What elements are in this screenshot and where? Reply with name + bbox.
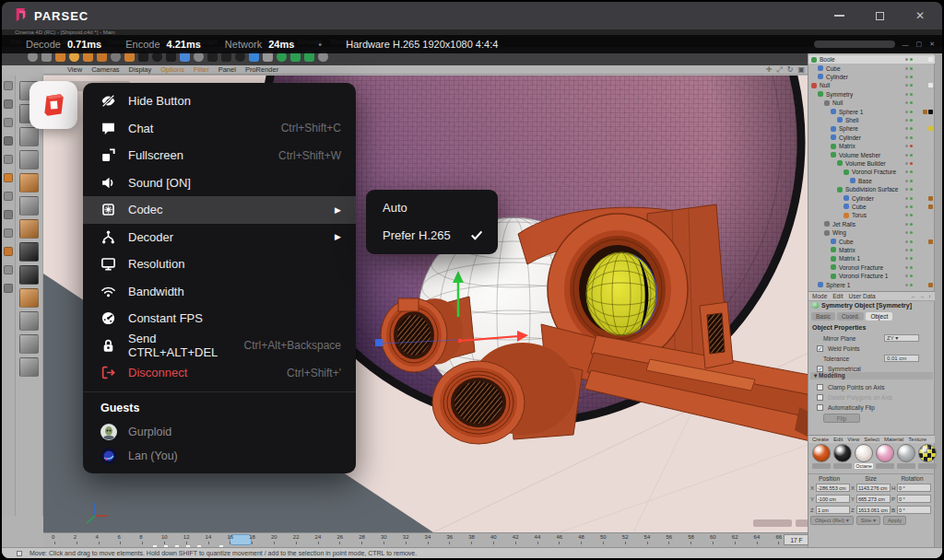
object-row[interactable]: Cube — [808, 203, 935, 211]
visibility-dots[interactable] — [905, 180, 913, 182]
tool-icon[interactable] — [4, 247, 13, 256]
checkbox[interactable] — [817, 384, 823, 391]
visibility-dots[interactable] — [905, 284, 913, 286]
am-tab-basic[interactable]: Basic — [811, 312, 835, 321]
material-swatch[interactable] — [833, 444, 853, 469]
tool-icon[interactable] — [19, 265, 39, 285]
object-row[interactable]: Sphere — [808, 124, 935, 133]
rotate-icon[interactable]: ↻ — [787, 65, 794, 75]
object-row[interactable]: Jet Rails — [808, 220, 935, 228]
tool-icon[interactable] — [19, 288, 39, 308]
am-menu-edit[interactable]: Edit — [832, 293, 843, 299]
material-menu-edit[interactable]: Edit — [833, 437, 843, 442]
material-swatch[interactable] — [876, 444, 895, 469]
tool-icon[interactable] — [4, 81, 13, 90]
object-row[interactable]: Sphere 1 — [808, 107, 935, 115]
visibility-dots[interactable] — [905, 274, 913, 277]
tool-icon[interactable] — [19, 334, 39, 354]
viewport-menu-filter[interactable]: Filter — [194, 65, 209, 74]
am-tab-object[interactable]: Object — [866, 312, 892, 321]
visibility-dots[interactable] — [905, 162, 913, 165]
object-row[interactable]: Volume Builder — [808, 159, 935, 168]
attribute-nav-icons[interactable]: ← → ↑ — [911, 294, 932, 299]
checkbox[interactable] — [817, 394, 823, 401]
object-row[interactable]: Null — [808, 81, 935, 89]
checkbox[interactable]: ✓ — [817, 345, 823, 352]
tool-icon[interactable] — [4, 136, 13, 146]
tool-icon[interactable] — [4, 192, 13, 201]
visibility-dots[interactable] — [905, 266, 913, 269]
coord-input[interactable]: 665.273 cm — [856, 495, 891, 503]
object-row[interactable]: Voronoi Fracture — [808, 263, 935, 272]
c4d-close-icon[interactable]: ✕ — [929, 41, 935, 48]
material-menu-create[interactable]: Create — [812, 437, 829, 442]
object-row[interactable]: Boole — [808, 55, 935, 64]
menu-item-constant-fps[interactable]: Constant FPS — [83, 305, 356, 332]
menu-item-resolution[interactable]: Resolution — [83, 251, 356, 278]
codec-option-prefer-h-265[interactable]: Prefer H.265 — [366, 222, 498, 250]
viewport-menu-options[interactable]: Options — [160, 65, 184, 74]
coord-input[interactable]: 1613.061 cm — [856, 506, 891, 514]
material-swatch[interactable] — [918, 444, 938, 469]
c4d-maximize-icon[interactable]: ▢ — [916, 41, 923, 48]
visibility-dots[interactable] — [905, 170, 913, 173]
object-row[interactable]: Volume Mesher — [808, 150, 935, 158]
material-swatch[interactable] — [897, 444, 916, 469]
visibility-dots[interactable] — [905, 84, 913, 87]
viewport-menu-panel[interactable]: Panel — [218, 65, 236, 74]
object-rel--button[interactable]: Object (Rel) ▾ — [810, 516, 854, 525]
visibility-dots[interactable] — [905, 257, 913, 260]
visibility-dots[interactable] — [905, 119, 913, 122]
pan-icon[interactable]: ✛ — [766, 65, 773, 75]
tool-icon[interactable] — [4, 265, 13, 274]
object-row[interactable]: Cylinder — [808, 134, 935, 142]
menu-item-codec[interactable]: Codec▶ — [83, 196, 356, 224]
menu-item-fullscreen[interactable]: FullscreenCtrl+Shift+W — [83, 142, 356, 169]
minimize-button[interactable] — [830, 8, 848, 23]
material-menu-view[interactable]: View — [847, 437, 859, 442]
tool-icon[interactable] — [19, 150, 39, 169]
coord-input[interactable]: 1143.276 cm — [856, 484, 891, 492]
coord-input[interactable]: 0 ° — [897, 506, 931, 514]
visibility-dots[interactable] — [905, 249, 913, 251]
checkbox[interactable]: ✓ — [817, 366, 823, 372]
object-row[interactable]: Wing — [808, 228, 935, 237]
material-menu-texture[interactable]: Texture — [908, 437, 926, 442]
visibility-dots[interactable] — [905, 240, 913, 243]
visibility-dots[interactable] — [905, 223, 913, 226]
tool-icon[interactable] — [19, 219, 39, 239]
tool-icon[interactable] — [4, 173, 13, 182]
visibility-dots[interactable] — [905, 76, 913, 78]
coord-input[interactable]: 0 ° — [897, 484, 931, 492]
visibility-dots[interactable] — [905, 188, 913, 191]
size-button[interactable]: Size ▾ — [856, 516, 880, 525]
apply-button[interactable]: Apply — [883, 516, 906, 525]
am-tab-coord[interactable]: Coord. — [837, 312, 865, 321]
material-swatch[interactable] — [812, 444, 832, 469]
menu-item-bandwidth[interactable]: Bandwidth — [83, 278, 356, 306]
object-row[interactable]: Cube — [808, 64, 935, 72]
coord-input[interactable]: -286.553 cm — [816, 484, 850, 492]
object-row[interactable]: Symmetry — [808, 90, 935, 99]
object-row[interactable]: Voronoi Fracture — [808, 168, 935, 176]
parsec-overlay-button[interactable] — [30, 81, 77, 129]
tool-icon[interactable] — [19, 357, 39, 377]
visibility-dots[interactable] — [905, 214, 913, 216]
object-row[interactable]: Cylinder — [808, 193, 935, 202]
coord-input[interactable]: 0 ° — [897, 495, 931, 503]
tool-icon[interactable] — [4, 155, 13, 164]
object-row[interactable]: Cube — [808, 237, 935, 245]
object-row[interactable]: Matrix — [808, 142, 935, 150]
close-button[interactable]: ✕ — [911, 8, 929, 23]
object-row[interactable]: Subdivision Surface — [808, 185, 935, 193]
tool-icon[interactable] — [19, 173, 39, 192]
tool-icon[interactable] — [19, 127, 39, 146]
maximize-button[interactable] — [870, 8, 889, 23]
visibility-dots[interactable] — [905, 101, 913, 104]
object-row[interactable]: Cylinder — [808, 73, 935, 81]
guest-row[interactable]: Gurploid — [83, 420, 356, 444]
tool-icon[interactable] — [4, 228, 13, 238]
checkbox[interactable] — [817, 404, 823, 411]
object-row[interactable]: Torus — [808, 211, 935, 219]
c4d-minimize-icon[interactable]: — — [903, 41, 909, 48]
